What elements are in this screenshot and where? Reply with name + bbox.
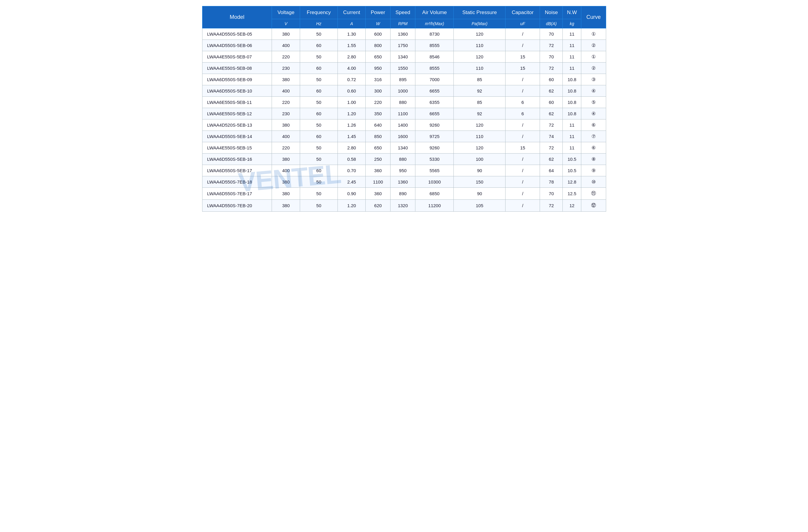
- cell-voltage: 230: [272, 62, 300, 74]
- col-header-current: Current: [337, 6, 366, 19]
- curve-symbol: ⑩: [591, 179, 596, 185]
- cell-capacitor: /: [506, 188, 540, 200]
- cell-capacitor: /: [506, 85, 540, 97]
- cell-current: 4.00: [337, 62, 366, 74]
- cell-noise: 62: [540, 154, 563, 165]
- cell-frequency: 60: [300, 40, 338, 51]
- cell-power: 250: [366, 154, 390, 165]
- cell-frequency: 60: [300, 108, 338, 119]
- cell-curve: ②: [581, 62, 606, 74]
- cell-nw: 10.8: [563, 74, 581, 85]
- cell-voltage: 220: [272, 51, 300, 62]
- cell-speed: 1320: [390, 200, 416, 212]
- cell-frequency: 50: [300, 176, 338, 188]
- cell-noise: 72: [540, 200, 563, 212]
- cell-capacitor: /: [506, 40, 540, 51]
- col-header-curve: Curve: [581, 6, 606, 28]
- cell-capacitor: /: [506, 131, 540, 142]
- cell-power: 640: [366, 119, 390, 131]
- cell-voltage: 380: [272, 74, 300, 85]
- cell-curve: ⑥: [581, 142, 606, 154]
- curve-symbol: ⑨: [591, 168, 596, 173]
- cell-power: 650: [366, 142, 390, 154]
- cell-static_pressure: 100: [454, 154, 506, 165]
- cell-speed: 880: [390, 154, 416, 165]
- cell-voltage: 400: [272, 131, 300, 142]
- cell-static_pressure: 120: [454, 119, 506, 131]
- cell-model: LWAA4D520S-5EB-13: [202, 119, 272, 131]
- cell-current: 1.20: [337, 108, 366, 119]
- cell-frequency: 50: [300, 51, 338, 62]
- curve-symbol: ①: [591, 54, 596, 60]
- cell-air_volume: 11200: [416, 200, 454, 212]
- cell-capacitor: /: [506, 28, 540, 40]
- cell-voltage: 230: [272, 108, 300, 119]
- curve-symbol: ⑫: [591, 202, 596, 209]
- cell-current: 0.70: [337, 165, 366, 176]
- cell-model: LWAA6D550S-7EB-17: [202, 188, 272, 200]
- cell-air_volume: 9260: [416, 142, 454, 154]
- cell-power: 300: [366, 85, 390, 97]
- cell-voltage: 380: [272, 188, 300, 200]
- cell-frequency: 50: [300, 97, 338, 108]
- cell-power: 600: [366, 28, 390, 40]
- table-row: LWAA4E550S-5EB-08230604.0095015508555110…: [202, 62, 606, 74]
- cell-speed: 1750: [390, 40, 416, 51]
- table-container: VENTEL Model Voltage Frequency Current P…: [202, 6, 606, 212]
- cell-frequency: 60: [300, 85, 338, 97]
- cell-voltage: 400: [272, 165, 300, 176]
- cell-static_pressure: 85: [454, 97, 506, 108]
- cell-static_pressure: 120: [454, 142, 506, 154]
- cell-speed: 890: [390, 188, 416, 200]
- col-unit-nw: kg: [563, 19, 581, 28]
- cell-noise: 72: [540, 119, 563, 131]
- cell-air_volume: 5565: [416, 165, 454, 176]
- cell-air_volume: 7000: [416, 74, 454, 85]
- cell-frequency: 50: [300, 119, 338, 131]
- cell-noise: 78: [540, 176, 563, 188]
- curve-symbol: ④: [591, 111, 596, 116]
- cell-model: LWAA6D550S-5EB-17: [202, 165, 272, 176]
- cell-capacitor: 15: [506, 62, 540, 74]
- cell-capacitor: /: [506, 176, 540, 188]
- col-unit-frequency: Hz: [300, 19, 338, 28]
- cell-frequency: 50: [300, 142, 338, 154]
- cell-model: LWAA4E550S-5EB-08: [202, 62, 272, 74]
- cell-curve: ③: [581, 74, 606, 85]
- cell-static_pressure: 150: [454, 176, 506, 188]
- cell-noise: 62: [540, 108, 563, 119]
- col-unit-air-volume: m³/h(Max): [416, 19, 454, 28]
- curve-symbol: ⑧: [591, 156, 596, 162]
- cell-air_volume: 8546: [416, 51, 454, 62]
- cell-nw: 10.8: [563, 85, 581, 97]
- col-header-capacitor: Capacitor: [506, 6, 540, 19]
- cell-capacitor: /: [506, 119, 540, 131]
- cell-nw: 12.5: [563, 188, 581, 200]
- cell-speed: 1400: [390, 119, 416, 131]
- curve-symbol: ⑤: [591, 99, 596, 105]
- cell-power: 620: [366, 200, 390, 212]
- cell-current: 0.58: [337, 154, 366, 165]
- table-row: LWAA4D520S-5EB-13380501.2664014009260120…: [202, 119, 606, 131]
- table-row: LWAA6D550S-5EB-10400600.603001000665592/…: [202, 85, 606, 97]
- cell-noise: 62: [540, 85, 563, 97]
- col-header-voltage: Voltage: [272, 6, 300, 19]
- cell-capacitor: 15: [506, 51, 540, 62]
- cell-speed: 1600: [390, 131, 416, 142]
- cell-static_pressure: 120: [454, 51, 506, 62]
- cell-voltage: 400: [272, 85, 300, 97]
- cell-current: 2.45: [337, 176, 366, 188]
- cell-capacitor: /: [506, 74, 540, 85]
- cell-power: 220: [366, 97, 390, 108]
- cell-noise: 64: [540, 165, 563, 176]
- col-unit-voltage: V: [272, 19, 300, 28]
- cell-static_pressure: 85: [454, 74, 506, 85]
- cell-curve: ⑥: [581, 119, 606, 131]
- cell-noise: 72: [540, 142, 563, 154]
- table-row: LWAA4D550S-7EB-20380501.2062013201120010…: [202, 200, 606, 212]
- cell-frequency: 50: [300, 200, 338, 212]
- cell-static_pressure: 110: [454, 40, 506, 51]
- table-row: LWAA6D550S-7EB-17380500.90360890685090/7…: [202, 188, 606, 200]
- cell-model: LWAA6E550S-5EB-12: [202, 108, 272, 119]
- cell-current: 1.45: [337, 131, 366, 142]
